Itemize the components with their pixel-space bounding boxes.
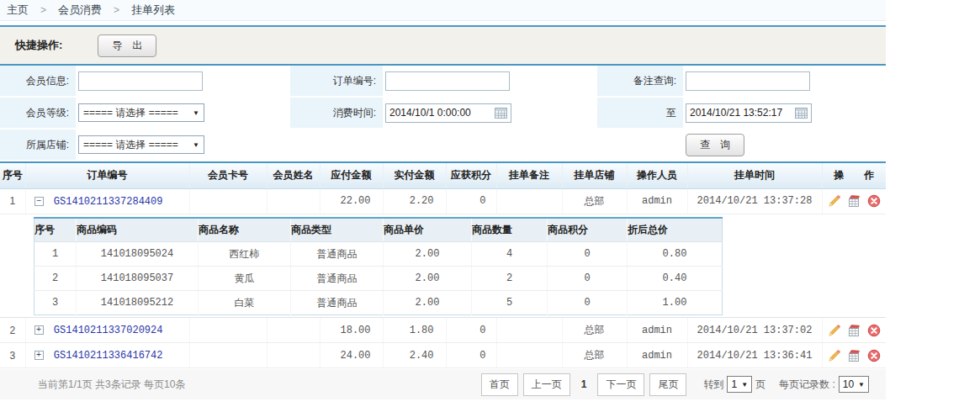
sub-col-total: 折后总价: [628, 218, 723, 242]
breadcrumb-current-page: 挂单列表: [131, 3, 175, 18]
delete-icon[interactable]: [867, 349, 881, 362]
table-row: 3 + GS1410211336416742 24.00 2.40 0 总部 a…: [0, 343, 886, 368]
breadcrumb: 主页 > 会员消费 > 挂单列表: [0, 0, 886, 21]
product-qty: 4: [472, 242, 548, 267]
goto-page-label: 转到: [703, 378, 723, 392]
delete-icon[interactable]: [867, 194, 881, 208]
col-remark: 挂单备注: [496, 162, 562, 188]
page-size-label: 每页记录数 :: [779, 378, 835, 392]
edit-pencil-icon[interactable]: [828, 349, 841, 362]
order-no-link[interactable]: GS1410211337284409: [54, 196, 163, 208]
operator: admin: [627, 318, 687, 343]
member-name: [267, 188, 320, 214]
col-card-no: 会员卡号: [189, 162, 267, 188]
first-page-button[interactable]: 首页: [481, 373, 518, 396]
card-no: [189, 343, 267, 368]
remark-query-input[interactable]: [686, 71, 810, 91]
paid-amount: 2.20: [383, 188, 446, 214]
remark: [496, 318, 562, 343]
product-points: 0: [548, 267, 628, 291]
product-subtable: 序号 商品编码 商品名称 商品类型 商品单价 商品数量 商品积分 折后总价: [34, 217, 723, 316]
quick-action-label: 快捷操作:: [15, 38, 62, 53]
product-total: 1.00: [628, 291, 723, 315]
chevron-down-icon: ▼: [193, 109, 199, 117]
order-time: 2014/10/21 13:37:02: [687, 318, 822, 343]
order-no-input[interactable]: [385, 71, 510, 91]
chevron-down-icon: ▼: [741, 381, 748, 388]
col-paid: 实付金额: [383, 162, 446, 188]
product-qty: 2: [472, 267, 548, 291]
remark: [496, 343, 562, 368]
checkout-register-icon[interactable]: [847, 324, 861, 337]
points: 0: [446, 318, 496, 343]
search-form: 会员信息: 订单编号: 备注查询: 会员等级: ===== 请选择 ===== …: [0, 66, 886, 161]
table-row: 1 − GS1410211337284409 22.00 2.20 0 总部 a…: [0, 188, 886, 214]
breadcrumb-home[interactable]: 主页: [7, 3, 29, 18]
consume-time-from-input[interactable]: 2014/10/1 0:00:00: [385, 103, 511, 123]
record-summary: 当前第1/1页 共3条记录 每页10条: [38, 378, 185, 392]
calendar-icon[interactable]: [495, 107, 507, 119]
breadcrumb-member-consume[interactable]: 会员消费: [58, 3, 102, 18]
sub-col-name: 商品名称: [199, 218, 291, 242]
checkout-register-icon[interactable]: [847, 194, 861, 208]
page-size-select[interactable]: 10 ▼: [839, 376, 869, 393]
order-no-link[interactable]: GS1410211337020924: [54, 325, 163, 336]
member-info-input[interactable]: [78, 71, 203, 91]
store: 总部: [562, 343, 627, 368]
payable-amount: 18.00: [320, 318, 383, 343]
expand-row-icon[interactable]: +: [34, 325, 44, 335]
chevron-down-icon: ▼: [858, 381, 865, 388]
col-points: 应获积分: [446, 162, 496, 188]
member-info-label: 会员信息:: [0, 66, 76, 98]
col-order-no: 订单编号: [25, 162, 189, 188]
col-index: 序号: [0, 162, 25, 188]
store-select[interactable]: ===== 请选择 ===== ▼: [78, 135, 204, 154]
order-table: 序号 订单编号 会员卡号 会员姓名 应付金额 实付金额 应获积分 挂单备注 挂单…: [0, 161, 886, 368]
order-time: 2014/10/21 13:36:41: [687, 343, 822, 368]
consume-time-label: 消费时间:: [290, 98, 383, 130]
goto-page-select[interactable]: 1 ▼: [727, 376, 752, 393]
delete-icon[interactable]: [867, 324, 881, 337]
order-no-link[interactable]: GS1410211336416742: [54, 350, 163, 362]
prev-page-button[interactable]: 上一页: [523, 373, 570, 396]
last-page-button[interactable]: 尾页: [649, 373, 686, 396]
collapse-row-icon[interactable]: −: [34, 197, 44, 206]
product-code: 141018095212: [77, 291, 199, 315]
col-operator: 操作人员: [627, 162, 687, 188]
product-name: 黄瓜: [199, 267, 291, 291]
operator: admin: [627, 188, 687, 214]
product-total: 0.40: [628, 267, 723, 291]
table-row: 2 + GS1410211337020924 18.00 1.80 0 总部 a…: [0, 318, 886, 343]
member-name: [267, 318, 320, 343]
product-type: 普通商品: [291, 242, 384, 267]
sub-col-code: 商品编码: [77, 218, 199, 242]
product-price: 2.00: [384, 291, 472, 315]
col-payable: 应付金额: [320, 162, 383, 188]
card-no: [189, 188, 267, 214]
edit-pencil-icon[interactable]: [828, 324, 841, 337]
member-level-label: 会员等级:: [0, 98, 76, 130]
export-button[interactable]: 导 出: [98, 34, 156, 57]
expand-row-icon[interactable]: +: [34, 351, 44, 360]
goto-page-suffix: 页: [755, 378, 765, 392]
col-member-name: 会员姓名: [267, 162, 320, 188]
next-page-button[interactable]: 下一页: [597, 373, 644, 396]
product-points: 0: [548, 242, 628, 267]
sub-col-index: 序号: [34, 218, 77, 242]
query-button[interactable]: 查 询: [686, 134, 744, 156]
product-name: 西红柿: [199, 242, 291, 267]
time-to-label: 至: [597, 98, 683, 130]
order-time: 2014/10/21 13:37:28: [687, 188, 822, 214]
points: 0: [446, 343, 496, 368]
checkout-register-icon[interactable]: [847, 349, 861, 362]
consume-time-to-input[interactable]: 2014/10/21 13:52:17: [686, 103, 812, 123]
product-points: 0: [548, 291, 628, 315]
member-level-select[interactable]: ===== 请选择 ===== ▼: [78, 103, 204, 122]
pagination-footer: 当前第1/1页 共3条记录 每页10条 首页 上一页 1 下一页 尾页 转到 1…: [0, 369, 886, 399]
remark: [496, 188, 562, 214]
calendar-icon[interactable]: [795, 107, 808, 119]
edit-pencil-icon[interactable]: [828, 194, 841, 208]
quick-action-toolbar: 快捷操作: 导 出: [0, 25, 886, 66]
store: 总部: [562, 318, 627, 343]
expanded-detail-row: 序号 商品编码 商品名称 商品类型 商品单价 商品数量 商品积分 折后总价: [0, 214, 886, 318]
